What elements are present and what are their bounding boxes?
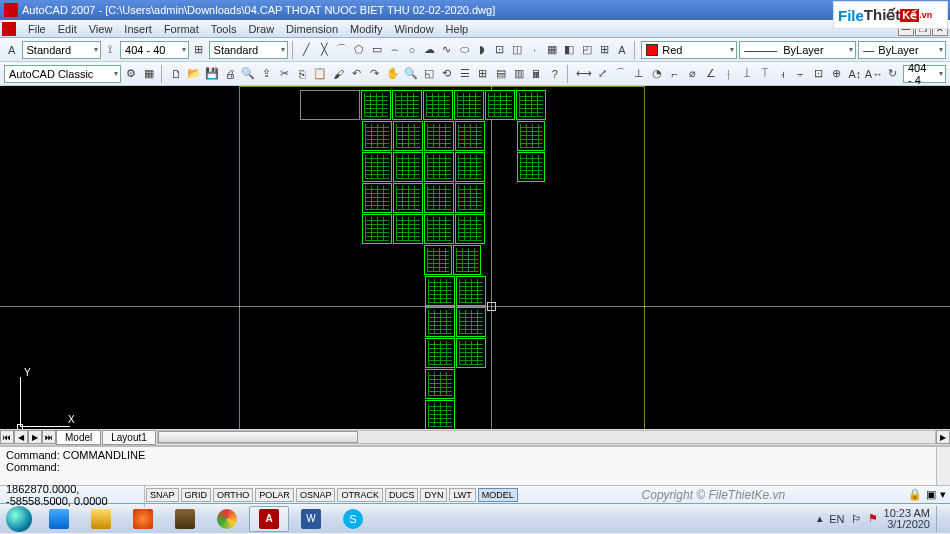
ellipsearc-tool-icon[interactable]: ◗ bbox=[474, 41, 490, 59]
spline-tool-icon[interactable]: ∿ bbox=[439, 41, 455, 59]
menu-edit[interactable]: Edit bbox=[52, 23, 83, 35]
plot-icon[interactable]: 🖨 bbox=[222, 65, 238, 83]
rectangle-tool-icon[interactable]: ▭ bbox=[369, 41, 385, 59]
command-vscroll[interactable] bbox=[936, 447, 950, 485]
command-input[interactable] bbox=[60, 461, 460, 473]
dimordinate-icon[interactable]: ⊥ bbox=[631, 65, 647, 83]
osnap-toggle[interactable]: OSNAP bbox=[296, 488, 336, 502]
tablestyle-icon[interactable]: ⊞ bbox=[191, 41, 207, 59]
arc-tool-icon[interactable]: ⌢ bbox=[387, 41, 403, 59]
region-tool-icon[interactable]: ◰ bbox=[579, 41, 595, 59]
dimstyle-combo[interactable]: 404 - 40 bbox=[120, 41, 189, 59]
toolpalettes-icon[interactable]: ▦ bbox=[141, 65, 157, 83]
mtext-tool-icon[interactable]: A bbox=[614, 41, 630, 59]
tablestyle-combo[interactable]: Standard bbox=[209, 41, 288, 59]
sheetset-icon[interactable]: ▤ bbox=[493, 65, 509, 83]
tray-language[interactable]: EN bbox=[829, 513, 844, 525]
linetype-combo[interactable]: ———ByLayer bbox=[739, 41, 856, 59]
makeblock-tool-icon[interactable]: ◫ bbox=[509, 41, 525, 59]
workspace-settings-icon[interactable]: ⚙ bbox=[123, 65, 139, 83]
properties-icon[interactable]: ☰ bbox=[457, 65, 473, 83]
taskbar-winrar[interactable] bbox=[165, 506, 205, 532]
grid-toggle[interactable]: GRID bbox=[181, 488, 212, 502]
polar-toggle[interactable]: POLAR bbox=[255, 488, 294, 502]
taskbar-chrome[interactable] bbox=[207, 506, 247, 532]
textstyle-icon[interactable]: A bbox=[4, 41, 20, 59]
tray-chevron-icon[interactable]: ▾ bbox=[940, 488, 946, 501]
command-window[interactable]: Command: COMMANDLINE Command: bbox=[0, 445, 950, 485]
centermark-icon[interactable]: ⊕ bbox=[829, 65, 845, 83]
save-icon[interactable]: 💾 bbox=[204, 65, 220, 83]
zoom-window-icon[interactable]: ◱ bbox=[421, 65, 437, 83]
ducs-toggle[interactable]: DUCS bbox=[385, 488, 419, 502]
dimstyle-current-combo[interactable]: 404 - 4 bbox=[903, 65, 946, 83]
paste-icon[interactable]: 📋 bbox=[312, 65, 328, 83]
xline-tool-icon[interactable]: ╳ bbox=[317, 41, 333, 59]
ortho-toggle[interactable]: ORTHO bbox=[213, 488, 253, 502]
textstyle-combo[interactable]: Standard bbox=[22, 41, 101, 59]
dimangular-icon[interactable]: ∠ bbox=[703, 65, 719, 83]
table-tool-icon[interactable]: ⊞ bbox=[597, 41, 613, 59]
plotpreview-icon[interactable]: 🔍 bbox=[240, 65, 256, 83]
pan-icon[interactable]: ✋ bbox=[385, 65, 401, 83]
tray-comm-icon[interactable]: ▣ bbox=[926, 488, 936, 501]
zoom-rt-icon[interactable]: 🔍 bbox=[403, 65, 419, 83]
color-combo[interactable]: Red bbox=[641, 41, 737, 59]
gradient-tool-icon[interactable]: ◧ bbox=[562, 41, 578, 59]
workspace-combo[interactable]: AutoCAD Classic bbox=[4, 65, 121, 83]
cut-icon[interactable]: ✂ bbox=[276, 65, 292, 83]
menu-format[interactable]: Format bbox=[158, 23, 205, 35]
hscroll-right-button[interactable]: ▶ bbox=[936, 430, 950, 444]
lineweight-combo[interactable]: —ByLayer bbox=[858, 41, 946, 59]
ellipse-tool-icon[interactable]: ⬭ bbox=[457, 41, 473, 59]
dimstyle-icon[interactable]: ⟟ bbox=[103, 41, 119, 59]
point-tool-icon[interactable]: · bbox=[527, 41, 543, 59]
tolerance-icon[interactable]: ⊡ bbox=[811, 65, 827, 83]
open-icon[interactable]: 📂 bbox=[186, 65, 202, 83]
revcloud-tool-icon[interactable]: ☁ bbox=[422, 41, 438, 59]
dimlinear-icon[interactable]: ⟷ bbox=[575, 65, 593, 83]
tab-first-button[interactable]: ⏮ bbox=[0, 430, 14, 444]
taskbar-clock[interactable]: 10:23 AM 3/1/2020 bbox=[884, 508, 930, 530]
menu-dimension[interactable]: Dimension bbox=[280, 23, 344, 35]
drawing-area[interactable]: Y X ⏮ ◀ ▶ ⏭ Model Layout1 ▶ bbox=[0, 86, 950, 445]
dimdiameter-icon[interactable]: ⌀ bbox=[685, 65, 701, 83]
dimspace-icon[interactable]: ⫞ bbox=[775, 65, 791, 83]
undo-icon[interactable]: ↶ bbox=[349, 65, 365, 83]
polyline-tool-icon[interactable]: ⌒ bbox=[334, 41, 350, 59]
taskbar-explorer[interactable] bbox=[81, 506, 121, 532]
help-icon[interactable]: ? bbox=[547, 65, 563, 83]
taskbar-firefox[interactable] bbox=[123, 506, 163, 532]
zoom-prev-icon[interactable]: ⟲ bbox=[439, 65, 455, 83]
menu-file[interactable]: File bbox=[22, 23, 52, 35]
dimtedit-icon[interactable]: A↔ bbox=[865, 65, 883, 83]
new-icon[interactable]: 🗋 bbox=[168, 65, 184, 83]
tab-layout1[interactable]: Layout1 bbox=[102, 430, 156, 445]
otrack-toggle[interactable]: OTRACK bbox=[337, 488, 383, 502]
menu-help[interactable]: Help bbox=[440, 23, 475, 35]
tab-model[interactable]: Model bbox=[56, 430, 101, 445]
polygon-tool-icon[interactable]: ⬠ bbox=[352, 41, 368, 59]
menu-window[interactable]: Window bbox=[388, 23, 439, 35]
tray-show-hidden-icon[interactable]: ▴ bbox=[817, 512, 823, 525]
tray-action-icon[interactable]: ⚑ bbox=[868, 512, 878, 525]
circle-tool-icon[interactable]: ○ bbox=[404, 41, 420, 59]
redo-icon[interactable]: ↷ bbox=[367, 65, 383, 83]
menu-draw[interactable]: Draw bbox=[242, 23, 280, 35]
tray-flag-icon[interactable]: 🏳 bbox=[851, 513, 862, 525]
lwt-toggle[interactable]: LWT bbox=[449, 488, 475, 502]
publish-icon[interactable]: ⇪ bbox=[258, 65, 274, 83]
hatch-tool-icon[interactable]: ▦ bbox=[544, 41, 560, 59]
menu-insert[interactable]: Insert bbox=[118, 23, 158, 35]
show-desktop-button[interactable] bbox=[936, 506, 944, 532]
model-toggle[interactable]: MODEL bbox=[478, 488, 518, 502]
dimquick-icon[interactable]: ⟊ bbox=[721, 65, 737, 83]
taskbar-skype[interactable]: S bbox=[333, 506, 373, 532]
menu-view[interactable]: View bbox=[83, 23, 119, 35]
designcenter-icon[interactable]: ⊞ bbox=[475, 65, 491, 83]
menu-tools[interactable]: Tools bbox=[205, 23, 243, 35]
matchprop-icon[interactable]: 🖌 bbox=[330, 65, 346, 83]
dimarc-icon[interactable]: ⌒ bbox=[613, 65, 629, 83]
dimbreak-icon[interactable]: ⫟ bbox=[793, 65, 809, 83]
start-button[interactable] bbox=[0, 504, 38, 534]
